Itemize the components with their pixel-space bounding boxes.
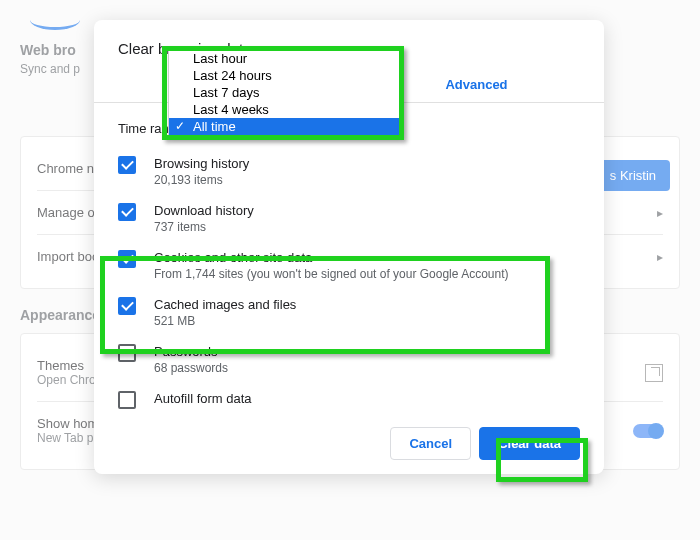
checkbox[interactable] <box>118 250 136 268</box>
checkbox[interactable] <box>118 203 136 221</box>
checkbox[interactable] <box>118 297 136 315</box>
check-cookies[interactable]: Cookies and other site dataFrom 1,744 si… <box>94 242 604 289</box>
checkbox[interactable] <box>118 344 136 362</box>
check-browsing-history[interactable]: Browsing history20,193 items <box>94 148 604 195</box>
cancel-button[interactable]: Cancel <box>390 427 471 460</box>
check-autofill[interactable]: Autofill form data <box>94 383 604 417</box>
check-download-history[interactable]: Download history737 items <box>94 195 604 242</box>
time-range-dropdown[interactable]: Last hour Last 24 hours Last 7 days Last… <box>168 49 400 136</box>
checkbox[interactable] <box>118 156 136 174</box>
option-last-hour[interactable]: Last hour <box>169 50 399 67</box>
option-last-24-hours[interactable]: Last 24 hours <box>169 67 399 84</box>
check-passwords[interactable]: Passwords68 passwords <box>94 336 604 383</box>
option-all-time[interactable]: All time <box>169 118 399 135</box>
option-last-4-weeks[interactable]: Last 4 weeks <box>169 101 399 118</box>
check-cached[interactable]: Cached images and files521 MB <box>94 289 604 336</box>
checkbox[interactable] <box>118 391 136 409</box>
clear-data-button[interactable]: Clear data <box>479 427 580 460</box>
option-last-7-days[interactable]: Last 7 days <box>169 84 399 101</box>
